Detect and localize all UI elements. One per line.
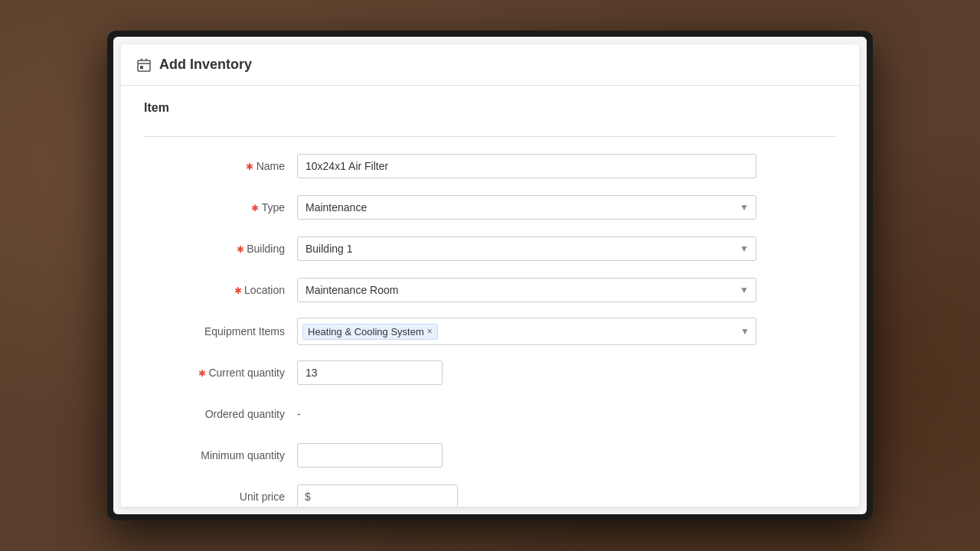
unit-price-field-wrapper: $ <box>297 484 756 507</box>
equipment-tag: Heating & Cooling System × <box>302 324 438 340</box>
building-select[interactable]: Building 1 Building 2 Building 3 <box>297 236 756 261</box>
ordered-qty-value: - <box>297 408 301 420</box>
min-qty-field-wrapper <box>297 443 756 468</box>
unit-price-row: Unit price $ <box>144 483 836 507</box>
type-field-wrapper: Maintenance Parts Supplies ▼ <box>297 195 756 220</box>
equipment-row: Equipment Items Heating & Cooling System… <box>144 318 836 345</box>
unit-price-input[interactable] <box>297 484 458 507</box>
ordered-qty-row: Ordered quantity - <box>144 400 836 428</box>
type-row: Type Maintenance Parts Supplies ▼ <box>144 194 836 221</box>
form-section: Item Name Type Maintenance <box>121 86 859 507</box>
ordered-qty-field-wrapper: - <box>297 407 756 421</box>
location-select[interactable]: Maintenance Room Storage Office <box>297 278 756 302</box>
location-row: Location Maintenance Room Storage Office… <box>144 276 836 304</box>
building-label: Building <box>144 243 297 255</box>
type-label: Type <box>144 201 297 214</box>
location-label: Location <box>144 284 297 296</box>
currency-symbol: $ <box>305 491 311 503</box>
section-title: Item <box>144 101 836 121</box>
svg-rect-0 <box>138 60 150 71</box>
equipment-tag-text: Heating & Cooling System <box>308 326 424 337</box>
inventory-icon <box>136 57 152 73</box>
min-qty-row: Minimum quantity <box>144 442 836 469</box>
min-qty-label: Minimum quantity <box>144 449 297 461</box>
section-divider <box>144 136 836 137</box>
name-label: Name <box>144 160 297 172</box>
modal-header: Add Inventory <box>121 44 859 86</box>
type-select[interactable]: Maintenance Parts Supplies <box>297 195 756 220</box>
min-qty-input[interactable] <box>297 443 443 468</box>
ordered-qty-label: Ordered quantity <box>144 408 297 420</box>
name-field-wrapper <box>297 154 756 178</box>
svg-rect-1 <box>140 66 143 69</box>
current-qty-label: Current quantity <box>144 367 297 379</box>
equipment-select-arrow: ▼ <box>740 326 750 337</box>
building-field-wrapper: Building 1 Building 2 Building 3 ▼ <box>297 236 756 261</box>
building-row: Building Building 1 Building 2 Building … <box>144 235 836 262</box>
equipment-label: Equipment Items <box>144 325 297 337</box>
current-qty-field-wrapper <box>297 360 756 385</box>
equipment-tag-close[interactable]: × <box>427 327 433 336</box>
current-qty-row: Current quantity <box>144 359 836 386</box>
equipment-field-wrapper: Heating & Cooling System × ▼ <box>297 318 756 345</box>
equipment-multi-select[interactable]: Heating & Cooling System × ▼ <box>297 318 756 345</box>
page-title: Add Inventory <box>159 57 252 73</box>
current-qty-input[interactable] <box>297 360 443 385</box>
name-row: Name <box>144 152 836 180</box>
unit-price-label: Unit price <box>144 491 297 503</box>
name-input[interactable] <box>297 154 756 178</box>
location-field-wrapper: Maintenance Room Storage Office ▼ <box>297 278 756 302</box>
